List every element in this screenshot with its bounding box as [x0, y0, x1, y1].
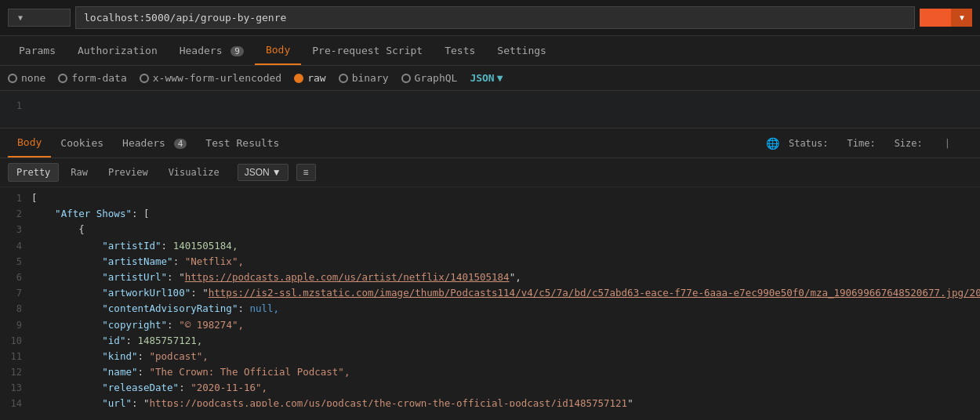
- response-headers-badge: 4: [174, 139, 187, 149]
- line-content: "artistUrl": "https://podcasts.apple.com…: [31, 270, 980, 285]
- json-format-label: JSON: [245, 167, 270, 178]
- response-tab-headers[interactable]: Headers 4: [113, 129, 196, 157]
- send-button[interactable]: [920, 9, 951, 27]
- status-label: Status:: [789, 138, 829, 149]
- response-tab-body[interactable]: Body: [8, 129, 51, 158]
- json-line: 1[: [0, 190, 980, 206]
- line-number: 2: [0, 207, 31, 222]
- line-number: 3: [0, 223, 31, 237]
- method-chevron-icon: ▼: [18, 13, 23, 22]
- wrap-icon: ≡: [303, 167, 309, 178]
- json-line: 2 "After Shows": [: [0, 206, 980, 222]
- json-viewer: 1[2 "After Shows": [3 {4 "artistId": 140…: [0, 187, 980, 407]
- time-label: Time:: [848, 138, 876, 149]
- body-type-urlencoded[interactable]: x-www-form-urlencoded: [140, 72, 281, 84]
- size-label: Size:: [895, 138, 923, 149]
- radio-binary-icon: [339, 74, 348, 83]
- json-line: 14 "url": "https://podcasts.apple.com/us…: [0, 396, 980, 407]
- view-tabs-row: Pretty Raw Preview Visualize JSON ▼ ≡: [0, 158, 980, 187]
- line-content: "name": "The Crown: The Official Podcast…: [31, 364, 980, 380]
- radio-graphql-icon: [401, 74, 411, 83]
- json-line: 5 "artistName": "Netflix",: [0, 254, 980, 270]
- radio-urlencoded-icon: [140, 74, 149, 83]
- line-number: 1: [0, 191, 31, 206]
- editor-content[interactable]: [28, 91, 980, 128]
- line-number: 14: [0, 396, 31, 407]
- line-number: 5: [0, 255, 31, 270]
- json-line: 12 "name": "The Crown: The Official Podc…: [0, 364, 980, 380]
- json-line: 13 "releaseDate": "2020-11-16",: [0, 380, 980, 396]
- tab-body[interactable]: Body: [255, 36, 301, 65]
- send-dropdown-button[interactable]: ▼: [951, 9, 972, 27]
- wrap-button[interactable]: ≡: [296, 164, 316, 181]
- line-number: 13: [0, 381, 31, 396]
- line-number: 7: [0, 286, 31, 301]
- response-tab-testresults[interactable]: Test Results: [196, 129, 289, 157]
- view-tab-pretty[interactable]: Pretty: [8, 163, 59, 182]
- line-number: 4: [0, 239, 31, 254]
- tab-params[interactable]: Params: [8, 37, 67, 64]
- json-label: JSON: [470, 72, 494, 84]
- line-content: "copyright": "© 198274",: [31, 317, 980, 333]
- json-format-button[interactable]: JSON ▼: [238, 164, 289, 181]
- url-input[interactable]: [75, 6, 915, 29]
- view-tab-raw[interactable]: Raw: [62, 163, 96, 182]
- body-type-none[interactable]: none: [8, 72, 45, 84]
- response-tabs: Body Cookies Headers 4 Test Results 🌐 St…: [0, 129, 980, 158]
- line-content: [: [31, 190, 980, 206]
- method-select[interactable]: ▼: [8, 9, 71, 27]
- radio-raw-icon: [294, 74, 303, 83]
- radio-formdata-icon: [58, 74, 67, 83]
- line-content: "contentAdvisoryRating": null,: [31, 301, 980, 317]
- line-content: "id": 1485757121,: [31, 333, 980, 349]
- line-content: "artworkUrl100": "https://is2-ssl.mzstat…: [31, 285, 980, 301]
- line-number: 12: [0, 365, 31, 380]
- json-line: 4 "artistId": 1401505184,: [0, 238, 980, 254]
- request-bar: ▼ ▼: [0, 0, 980, 36]
- json-dropdown[interactable]: JSON ▼: [470, 72, 503, 84]
- body-type-raw[interactable]: raw: [294, 72, 325, 84]
- tab-settings[interactable]: Settings: [486, 37, 557, 64]
- line-content: "releaseDate": "2020-11-16",: [31, 380, 980, 396]
- line-content: "artistId": 1401505184,: [31, 238, 980, 254]
- json-line: 6 "artistUrl": "https://podcasts.apple.c…: [0, 270, 980, 285]
- tab-prerequest[interactable]: Pre-request Script: [301, 37, 434, 64]
- json-dropdown-icon: ▼: [497, 72, 503, 84]
- line-number: 9: [0, 318, 31, 333]
- json-format-chevron-icon: ▼: [272, 167, 281, 178]
- line-content: "url": "https://podcasts.apple.com/us/po…: [31, 396, 980, 407]
- tab-headers[interactable]: Headers 9: [169, 37, 255, 64]
- view-tab-preview[interactable]: Preview: [100, 163, 157, 182]
- send-button-group: ▼: [920, 9, 972, 27]
- view-tab-visualize[interactable]: Visualize: [160, 163, 228, 182]
- body-type-graphql[interactable]: GraphQL: [401, 72, 458, 84]
- body-type-row: none form-data x-www-form-urlencoded raw…: [0, 66, 980, 91]
- json-line: 9 "copyright": "© 198274",: [0, 317, 980, 333]
- line-number: 8: [0, 302, 31, 317]
- body-type-binary[interactable]: binary: [339, 72, 389, 84]
- request-tabs: Params Authorization Headers 9 Body Pre-…: [0, 36, 980, 66]
- line-number: 11: [0, 349, 31, 364]
- tab-authorization[interactable]: Authorization: [67, 37, 169, 64]
- radio-none-icon: [8, 74, 17, 83]
- line-content: {: [31, 222, 980, 237]
- json-line: 3 {: [0, 222, 980, 237]
- request-editor: 1: [0, 91, 980, 129]
- json-line: 11 "kind": "podcast",: [0, 349, 980, 364]
- body-type-formdata[interactable]: form-data: [58, 72, 126, 84]
- editor-line-numbers: 1: [0, 91, 28, 128]
- headers-badge: 9: [230, 46, 244, 56]
- tab-tests[interactable]: Tests: [434, 37, 486, 64]
- line-number: 10: [0, 334, 31, 349]
- json-line: 8 "contentAdvisoryRating": null,: [0, 301, 980, 317]
- line-content: "artistName": "Netflix",: [31, 254, 980, 270]
- line-content: "kind": "podcast",: [31, 349, 980, 364]
- response-tab-cookies[interactable]: Cookies: [51, 129, 113, 157]
- globe-icon: 🌐: [766, 137, 779, 150]
- json-line: 7 "artworkUrl100": "https://is2-ssl.mzst…: [0, 285, 980, 301]
- line-content: "After Shows": [: [31, 206, 980, 222]
- response-status-area: 🌐 Status: Time: Size: |: [766, 137, 972, 150]
- line-number: 6: [0, 270, 31, 285]
- json-line: 10 "id": 1485757121,: [0, 333, 980, 349]
